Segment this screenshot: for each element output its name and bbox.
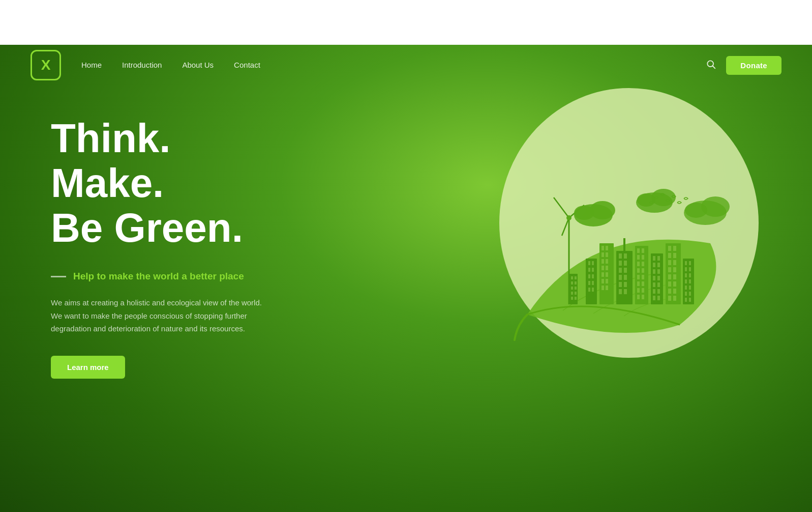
svg-rect-108: [571, 276, 573, 279]
svg-rect-96: [689, 267, 691, 271]
svg-rect-92: [683, 259, 694, 304]
svg-rect-36: [619, 275, 622, 280]
top-white-bar: [0, 0, 812, 45]
svg-rect-75: [666, 243, 681, 304]
nav-introduction[interactable]: Introduction: [122, 61, 162, 69]
svg-rect-25: [602, 279, 604, 283]
hero-content: Think. Make.Be Green. Help to make the w…: [0, 86, 315, 379]
svg-rect-15: [602, 246, 604, 250]
svg-rect-102: [689, 286, 691, 290]
svg-rect-13: [592, 288, 594, 292]
hero-subtitle-row: Help to make the world a better place: [51, 271, 275, 282]
donate-button[interactable]: Donate: [726, 56, 781, 75]
svg-rect-34: [619, 268, 622, 273]
nav-right: Donate: [706, 56, 781, 75]
svg-rect-80: [668, 260, 671, 265]
svg-rect-38: [619, 282, 622, 287]
svg-rect-90: [668, 296, 671, 301]
logo-box[interactable]: X: [31, 50, 61, 80]
svg-rect-4: [588, 261, 590, 265]
svg-rect-6: [588, 268, 590, 272]
nav-contact[interactable]: Contact: [234, 61, 260, 69]
svg-rect-104: [689, 292, 691, 296]
svg-rect-56: [637, 288, 640, 293]
svg-rect-82: [668, 267, 671, 272]
svg-rect-39: [624, 282, 627, 287]
svg-rect-91: [673, 296, 676, 301]
svg-rect-117: [575, 297, 577, 300]
svg-rect-55: [642, 281, 644, 286]
svg-rect-94: [689, 261, 691, 265]
svg-rect-10: [588, 281, 590, 285]
svg-rect-45: [642, 248, 644, 253]
svg-rect-53: [642, 275, 644, 279]
svg-rect-50: [637, 268, 640, 273]
svg-rect-112: [571, 287, 573, 290]
svg-rect-47: [642, 255, 644, 260]
svg-rect-37: [624, 275, 627, 280]
svg-rect-57: [642, 288, 644, 293]
svg-rect-87: [673, 281, 676, 287]
svg-rect-113: [575, 287, 577, 290]
svg-rect-81: [673, 260, 676, 265]
search-icon[interactable]: [706, 59, 716, 72]
svg-rect-85: [673, 274, 676, 279]
svg-rect-88: [668, 289, 671, 294]
svg-rect-79: [673, 253, 676, 258]
svg-rect-35: [624, 268, 627, 273]
svg-rect-97: [685, 273, 687, 277]
svg-rect-49: [642, 262, 644, 266]
svg-rect-74: [657, 296, 660, 300]
svg-rect-12: [588, 288, 590, 292]
svg-rect-23: [602, 272, 604, 277]
svg-rect-78: [668, 253, 671, 258]
svg-rect-8: [588, 274, 590, 278]
svg-rect-9: [592, 274, 594, 278]
svg-rect-32: [619, 261, 622, 266]
svg-rect-46: [637, 255, 640, 260]
svg-rect-20: [606, 259, 608, 264]
hero-body: We aims at creating a holistic and ecolo…: [51, 296, 275, 335]
svg-rect-99: [685, 279, 687, 283]
svg-rect-105: [685, 298, 687, 302]
logo-icon: X: [41, 57, 51, 73]
svg-rect-101: [685, 286, 687, 290]
svg-point-122: [566, 215, 572, 220]
svg-rect-61: [653, 256, 655, 261]
svg-rect-51: [642, 268, 644, 273]
nav-about-us[interactable]: About Us: [182, 61, 214, 69]
svg-rect-68: [657, 276, 660, 280]
svg-rect-109: [575, 276, 577, 279]
svg-rect-71: [653, 289, 655, 294]
nav-home[interactable]: Home: [81, 61, 102, 69]
svg-rect-59: [642, 295, 644, 299]
svg-rect-69: [653, 282, 655, 287]
svg-rect-73: [653, 296, 655, 300]
svg-rect-67: [653, 276, 655, 280]
svg-point-128: [637, 193, 655, 207]
svg-rect-100: [689, 279, 691, 283]
svg-rect-111: [575, 281, 577, 285]
svg-rect-16: [606, 246, 608, 250]
svg-rect-27: [602, 286, 604, 290]
svg-rect-103: [685, 292, 687, 296]
svg-line-1: [713, 66, 715, 68]
navbar: X Home Introduction About Us Contact Don…: [0, 45, 812, 86]
svg-rect-84: [668, 274, 671, 279]
svg-rect-63: [653, 263, 655, 267]
nav-links: Home Introduction About Us Contact: [81, 61, 706, 70]
hero-section: X Home Introduction About Us Contact Don…: [0, 45, 812, 512]
svg-rect-18: [606, 252, 608, 257]
learn-more-button[interactable]: Learn more: [51, 356, 125, 379]
svg-rect-93: [685, 261, 687, 265]
svg-rect-30: [619, 253, 622, 259]
svg-rect-26: [606, 279, 608, 283]
svg-point-125: [574, 206, 594, 220]
svg-rect-42: [623, 238, 625, 252]
svg-rect-62: [657, 256, 660, 261]
svg-rect-89: [673, 289, 676, 294]
svg-rect-83: [673, 267, 676, 272]
svg-point-131: [685, 203, 707, 218]
svg-rect-17: [602, 252, 604, 257]
svg-rect-52: [637, 275, 640, 279]
